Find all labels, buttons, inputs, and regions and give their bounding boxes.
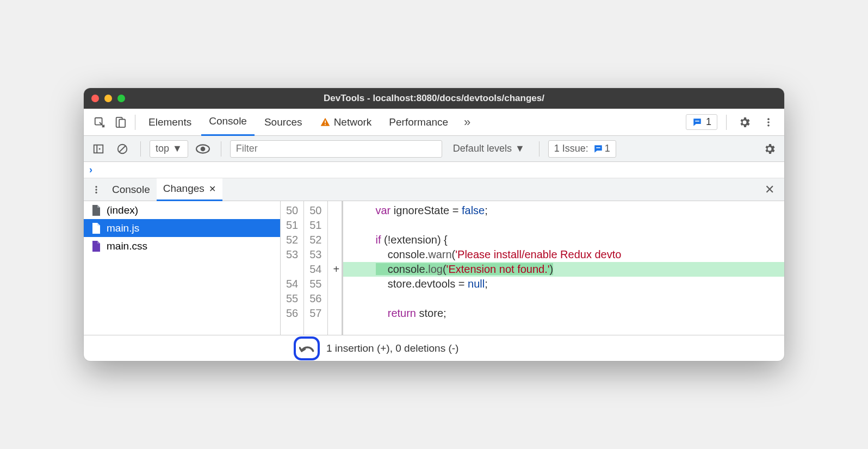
svg-rect-13 (596, 147, 600, 148)
gutter-old: 50 51 52 53 54 55 56 (281, 201, 304, 335)
document-icon (91, 223, 101, 234)
minimize-window-button[interactable] (104, 95, 112, 102)
tab-network-label: Network (334, 116, 372, 128)
svg-point-6 (767, 118, 770, 120)
console-settings-icon[interactable] (760, 140, 779, 158)
close-window-button[interactable] (91, 95, 99, 102)
tab-elements[interactable]: Elements (141, 109, 199, 136)
svg-point-15 (95, 189, 97, 190)
drawer-tab-changes-label: Changes (163, 183, 204, 195)
issues-badge-top[interactable]: 1 (686, 114, 717, 130)
file-name: main.js (107, 222, 139, 234)
file-item-maincss[interactable]: main.css (84, 237, 280, 255)
divider (140, 141, 141, 157)
document-icon (91, 205, 101, 216)
code-lines[interactable]: var ignoreState = false; if (!extension)… (342, 201, 785, 335)
kebab-menu-icon[interactable] (759, 113, 778, 132)
main-toolbar: Elements Console Sources Network Perform… (84, 109, 784, 136)
gutter-new: 50 51 52 53 54 55 56 57 (304, 201, 327, 335)
divider (539, 141, 540, 157)
svg-rect-3 (325, 120, 326, 123)
divider (726, 115, 727, 130)
show-sidebar-icon[interactable] (89, 140, 108, 158)
svg-point-14 (95, 186, 97, 188)
chevron-down-icon: ▼ (515, 143, 525, 154)
changes-summary: 1 insertion (+), 0 deletions (-) (326, 342, 458, 354)
tab-console[interactable]: Console (201, 109, 255, 136)
file-tree: (index) main.js main.css (84, 201, 281, 335)
divider (221, 141, 221, 157)
chat-icon (692, 117, 703, 127)
window-controls (91, 95, 125, 102)
console-toolbar: top ▼ Default levels ▼ 1 Issue: 1 (84, 136, 784, 162)
svg-rect-2 (119, 119, 125, 127)
revert-button[interactable] (294, 336, 320, 360)
svg-point-7 (767, 121, 770, 123)
window-title: DevTools - localhost:8080/docs/devtools/… (84, 93, 784, 104)
file-name: main.css (107, 240, 147, 252)
svg-rect-4 (325, 124, 326, 125)
file-item-mainjs[interactable]: main.js (84, 219, 280, 237)
tab-sources[interactable]: Sources (257, 109, 310, 136)
device-toggle-icon[interactable] (111, 113, 129, 132)
settings-icon[interactable] (735, 113, 754, 132)
context-selector[interactable]: top ▼ (150, 140, 188, 158)
inspect-icon[interactable] (90, 113, 109, 132)
drawer-kebab-icon[interactable] (87, 180, 106, 199)
tab-network[interactable]: Network (312, 109, 380, 136)
file-item-index[interactable]: (index) (84, 201, 280, 219)
console-prompt[interactable]: › (84, 162, 784, 178)
svg-rect-5 (695, 121, 699, 122)
status-bar: 1 insertion (+), 0 deletions (-) (84, 335, 784, 361)
issues-label: 1 Issue: (554, 143, 588, 154)
diff-view: 50 51 52 53 54 55 56 50 51 52 53 54 55 5… (281, 201, 784, 335)
divider (135, 115, 135, 130)
titlebar: DevTools - localhost:8080/docs/devtools/… (84, 88, 784, 109)
gutter-markers: + (328, 201, 342, 335)
svg-point-12 (201, 146, 206, 151)
chat-icon (593, 144, 604, 154)
clear-console-icon[interactable] (113, 140, 132, 158)
devtools-window: DevTools - localhost:8080/docs/devtools/… (84, 88, 784, 361)
drawer-tabs: Console Changes ✕ ✕ (84, 178, 784, 201)
file-name: (index) (107, 204, 138, 216)
more-tabs-icon[interactable]: » (458, 113, 476, 132)
log-levels-selector[interactable]: Default levels ▼ (448, 140, 530, 158)
context-label: top (156, 143, 169, 154)
warning-icon (320, 117, 331, 128)
drawer-tab-changes[interactable]: Changes ✕ (157, 178, 222, 201)
issues-button[interactable]: 1 Issue: 1 (548, 140, 616, 158)
zoom-window-button[interactable] (117, 95, 125, 102)
changes-panel: (index) main.js main.css 50 51 52 53 (84, 201, 784, 335)
drawer-tab-console[interactable]: Console (106, 178, 157, 201)
svg-rect-9 (94, 145, 103, 153)
chevron-down-icon: ▼ (172, 143, 182, 154)
svg-point-8 (767, 124, 770, 127)
svg-point-16 (95, 191, 97, 193)
levels-label: Default levels (453, 143, 512, 154)
live-expression-icon[interactable] (194, 140, 212, 158)
issues-count: 1 (706, 116, 711, 128)
drawer-close-icon[interactable]: ✕ (758, 183, 781, 197)
tab-performance[interactable]: Performance (381, 109, 456, 136)
document-icon (91, 241, 101, 252)
filter-input[interactable] (230, 140, 442, 158)
close-icon[interactable]: ✕ (209, 184, 216, 194)
issues-count: 1 (605, 143, 610, 154)
